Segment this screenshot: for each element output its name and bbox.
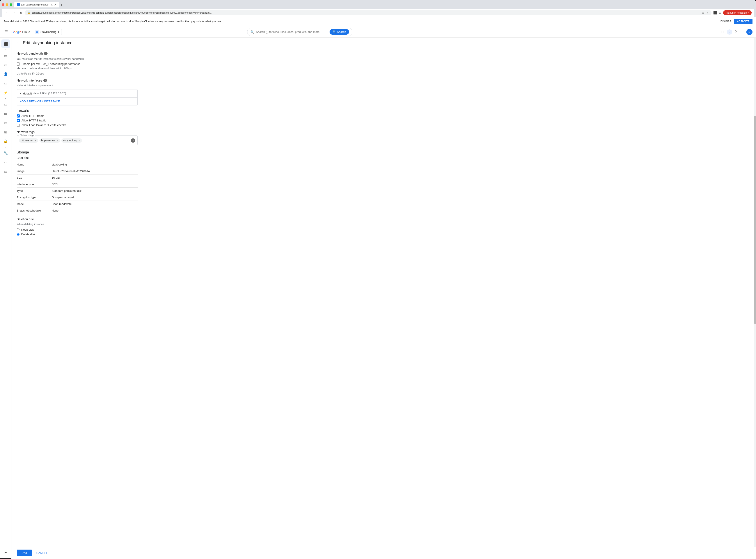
sidebar-item-storage[interactable]: ▭: [1, 51, 10, 60]
cancel-button[interactable]: CANCEL: [35, 550, 50, 556]
sidebar-dot-2: ●: [5, 98, 6, 99]
active-tab[interactable]: Edit staybooking instance – C ✕: [14, 2, 59, 7]
tab-close-btn[interactable]: ✕: [54, 3, 56, 6]
maximize-window-btn[interactable]: [10, 3, 12, 6]
sidebar-item-marketplace[interactable]: ▭: [1, 100, 10, 109]
tier1-checkbox-row: Enable per VM Tier_1 networking performa…: [17, 62, 138, 66]
table-row: Snapshot schedule None: [17, 207, 138, 214]
address-icons: ☆ ⋮: [702, 11, 709, 15]
tag-remove-http-server[interactable]: ✕: [34, 139, 37, 142]
lb-health-checkbox[interactable]: [17, 124, 20, 127]
sidebar-item-registry[interactable]: ▭: [1, 61, 10, 69]
notifications-badge[interactable]: 2: [727, 29, 732, 35]
more-addr-btn[interactable]: ⋮: [706, 11, 709, 15]
tags-help-icon[interactable]: ?: [131, 138, 135, 143]
save-button[interactable]: SAVE: [17, 550, 32, 556]
bandwidth-info-icon[interactable]: i: [44, 52, 48, 55]
tags-input-box[interactable]: Network tags http-server ✕ https-server …: [17, 135, 138, 145]
https-traffic-row: Allow HTTPS traffic: [17, 119, 138, 122]
search-input[interactable]: [256, 30, 328, 33]
network-interface-row[interactable]: ▾ default default IPv4 (10.128.0.0/20): [17, 89, 137, 97]
page-layout: ⬛ ● ▭ ▭ 👤 ▭ ⚡ ● ▭ ▭: [0, 38, 756, 558]
reload-btn[interactable]: ↻: [18, 10, 23, 15]
scrollbar-track[interactable]: [754, 38, 756, 558]
lock-icon: 🔒: [27, 12, 30, 14]
sidebar-item-sql[interactable]: ⊞: [1, 128, 10, 136]
hamburger-menu-btn[interactable]: ☰: [3, 29, 9, 35]
boot-disk-section: Boot disk Name staybooking Image ubu: [17, 156, 138, 214]
avatar[interactable]: S: [746, 29, 753, 35]
tag-remove-https-server[interactable]: ✕: [56, 139, 58, 142]
sidebar-expand-btn[interactable]: ▶: [1, 548, 10, 557]
new-tab-btn[interactable]: +: [59, 3, 64, 7]
google-cloud-logo: Google Cloud: [12, 30, 30, 34]
tab-favicon: [17, 3, 20, 6]
top-nav: ☰ Google Cloud ▦ StayBooking ▾ 🔍 🔍 Searc…: [0, 26, 756, 38]
tier1-checkbox[interactable]: [17, 63, 20, 66]
http-traffic-label: Allow HTTP traffic: [21, 114, 44, 117]
delete-disk-radio[interactable]: [17, 233, 20, 236]
nav-right: ⊞ 2 ? ⋮ S: [720, 29, 753, 35]
banner-text: Free trial status: $300.00 credit and 77…: [3, 20, 720, 23]
more-menu-btn[interactable]: ⋮: [739, 29, 744, 35]
back-btn[interactable]: ←: [17, 41, 21, 45]
sidebar-item-functions[interactable]: ⚡: [1, 88, 10, 97]
keep-disk-radio[interactable]: [17, 228, 20, 231]
monitoring-icon: ▭: [4, 112, 7, 116]
tag-remove-staybooking[interactable]: ✕: [78, 139, 80, 142]
https-traffic-checkbox[interactable]: [17, 119, 20, 122]
network-interfaces-section: Network interfaces ? Network interface i…: [17, 79, 138, 106]
http-traffic-row: Allow HTTP traffic: [17, 114, 138, 117]
address-input-wrap[interactable]: 🔒 console.cloud.google.com/compute/insta…: [25, 10, 711, 15]
deletion-rule-section: Deletion rule When deleting instance Kee…: [17, 218, 138, 236]
add-network-interface-btn[interactable]: ADD A NETWORK INTERFACE: [20, 100, 60, 103]
search-submit-btn[interactable]: 🔍 Search: [329, 29, 349, 35]
sidebar-item-data[interactable]: ▭: [1, 167, 10, 176]
iam-icon: 👤: [3, 72, 8, 76]
marketplace-icon: ▭: [4, 103, 7, 107]
project-selector[interactable]: ▦ StayBooking ▾: [33, 29, 62, 35]
sidebar-item-compute[interactable]: ⬛: [1, 40, 10, 48]
field-label-mode: Mode: [17, 201, 52, 207]
close-window-btn[interactable]: [2, 3, 4, 6]
sidebar-item-monitoring[interactable]: ▭: [1, 109, 10, 118]
sidebar-item-iam[interactable]: 👤: [1, 70, 10, 79]
interfaces-info-icon[interactable]: ?: [43, 79, 47, 82]
sidebar-item-tools[interactable]: 🔧: [1, 149, 10, 157]
traffic-lights: [2, 3, 12, 6]
forward-nav-btn[interactable]: →: [12, 10, 17, 15]
sidebar-item-networking[interactable]: ▭: [1, 79, 10, 88]
relaunch-label: Relaunch to update: [726, 12, 747, 14]
field-label-name: Name: [17, 161, 52, 168]
sidebar-item-logging[interactable]: ▭: [1, 118, 10, 127]
field-value-image: ubuntu-2004-focal-v20240614: [52, 168, 138, 175]
registry-icon: ▭: [4, 63, 7, 67]
help-btn[interactable]: ?: [734, 29, 738, 35]
sidebar-dot-3: ●: [5, 147, 6, 148]
bookmark-btn[interactable]: ☆: [702, 11, 705, 15]
max-outbound-text: Maximum outbound network bandwidth: 2Gbp…: [17, 67, 138, 70]
address-text: console.cloud.google.com/compute/instanc…: [32, 12, 700, 14]
back-nav-btn[interactable]: ←: [4, 10, 10, 15]
http-traffic-checkbox[interactable]: [17, 114, 20, 117]
delete-disk-row: Delete disk: [17, 232, 138, 236]
minimize-window-btn[interactable]: [6, 3, 8, 6]
profile-btn[interactable]: ⊙: [719, 11, 721, 15]
field-label-encryption: Encryption type: [17, 194, 52, 201]
banner-dismiss-btn[interactable]: DISMISS: [720, 20, 731, 23]
banner-activate-btn[interactable]: ACTIVATE: [734, 19, 753, 24]
sidebar-item-deploy[interactable]: ▭: [1, 158, 10, 166]
network-bandwidth-title: Network bandwidth i: [17, 52, 138, 55]
extensions-btn[interactable]: ⬛: [713, 11, 717, 15]
left-sidebar: ⬛ ● ▭ ▭ 👤 ▭ ⚡ ● ▭ ▭: [0, 38, 12, 558]
scrollbar-thumb[interactable]: [754, 116, 756, 324]
add-network-row[interactable]: ADD A NETWORK INTERFACE: [17, 97, 137, 105]
tag-label-http-server: http-server: [21, 139, 33, 142]
field-value-encryption: Google-managed: [52, 194, 138, 201]
browser-expand-btn[interactable]: ⌄: [752, 3, 754, 6]
sidebar-item-security[interactable]: 🔒: [1, 137, 10, 146]
firewalls-section: Firewalls Allow HTTP traffic Allow HTTPS…: [17, 109, 138, 127]
boot-disk-title: Boot disk: [17, 156, 138, 160]
cloud-shell-btn[interactable]: ⊞: [720, 29, 725, 35]
relaunch-to-update-btn[interactable]: Relaunch to update »: [723, 10, 752, 15]
